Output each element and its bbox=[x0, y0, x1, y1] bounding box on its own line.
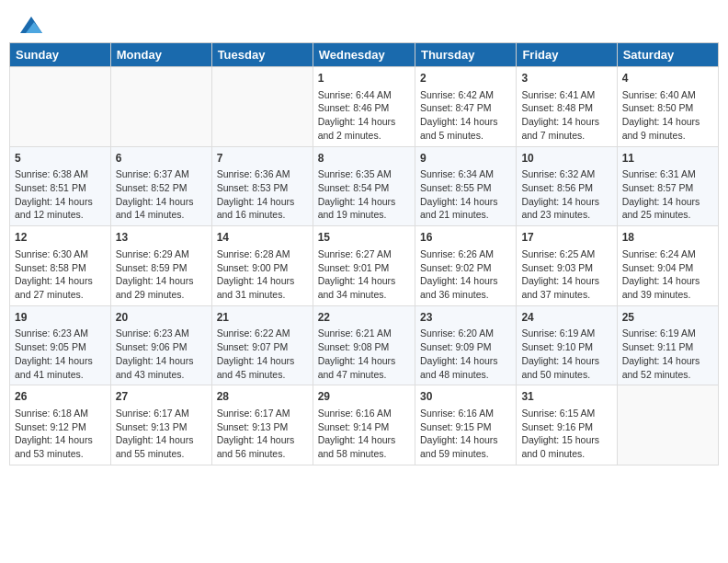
day-info: Sunrise: 6:28 AMSunset: 9:00 PMDaylight:… bbox=[217, 247, 308, 302]
day-number: 15 bbox=[318, 230, 410, 246]
calendar-cell: 5Sunrise: 6:38 AMSunset: 8:51 PMDaylight… bbox=[10, 146, 111, 226]
day-info: Sunrise: 6:42 AMSunset: 8:47 PMDaylight:… bbox=[420, 88, 511, 143]
day-number: 21 bbox=[217, 310, 308, 326]
day-number: 24 bbox=[521, 310, 611, 326]
calendar-cell: 25Sunrise: 6:19 AMSunset: 9:11 PMDayligh… bbox=[617, 305, 718, 385]
weekday-header-friday: Friday bbox=[517, 43, 617, 67]
day-number: 30 bbox=[420, 389, 511, 405]
calendar-cell bbox=[10, 67, 111, 147]
calendar-cell bbox=[211, 67, 313, 147]
day-info: Sunrise: 6:19 AMSunset: 9:10 PMDaylight:… bbox=[521, 327, 611, 381]
day-info: Sunrise: 6:31 AMSunset: 8:57 PMDaylight:… bbox=[622, 167, 713, 222]
calendar-cell bbox=[617, 385, 718, 465]
day-info: Sunrise: 6:24 AMSunset: 9:04 PMDaylight:… bbox=[622, 247, 713, 302]
calendar-cell: 11Sunrise: 6:31 AMSunset: 8:57 PMDayligh… bbox=[617, 146, 718, 226]
day-number: 1 bbox=[318, 71, 410, 86]
calendar-cell: 15Sunrise: 6:27 AMSunset: 9:01 PMDayligh… bbox=[313, 226, 415, 306]
calendar-cell bbox=[110, 67, 211, 147]
day-number: 6 bbox=[116, 151, 207, 167]
calendar-cell: 16Sunrise: 6:26 AMSunset: 9:02 PMDayligh… bbox=[415, 226, 516, 306]
weekday-header-saturday: Saturday bbox=[617, 43, 718, 67]
day-number: 19 bbox=[15, 310, 106, 326]
day-info: Sunrise: 6:23 AMSunset: 9:05 PMDaylight:… bbox=[15, 327, 106, 381]
page-header bbox=[9, 9, 719, 39]
day-info: Sunrise: 6:35 AMSunset: 8:54 PMDaylight:… bbox=[318, 167, 410, 222]
calendar-week-row: 1Sunrise: 6:44 AMSunset: 8:46 PMDaylight… bbox=[10, 67, 719, 147]
calendar-cell: 18Sunrise: 6:24 AMSunset: 9:04 PMDayligh… bbox=[617, 226, 718, 306]
calendar-cell: 14Sunrise: 6:28 AMSunset: 9:00 PMDayligh… bbox=[211, 226, 313, 306]
day-info: Sunrise: 6:19 AMSunset: 9:11 PMDaylight:… bbox=[622, 327, 713, 381]
day-number: 8 bbox=[318, 151, 410, 167]
calendar-cell: 17Sunrise: 6:25 AMSunset: 9:03 PMDayligh… bbox=[517, 226, 617, 306]
day-info: Sunrise: 6:40 AMSunset: 8:50 PMDaylight:… bbox=[622, 88, 713, 143]
calendar-cell: 31Sunrise: 6:15 AMSunset: 9:16 PMDayligh… bbox=[517, 385, 617, 465]
weekday-header-thursday: Thursday bbox=[415, 43, 516, 67]
calendar-table: SundayMondayTuesdayWednesdayThursdayFrid… bbox=[9, 42, 719, 465]
calendar-cell: 13Sunrise: 6:29 AMSunset: 8:59 PMDayligh… bbox=[110, 226, 211, 306]
day-number: 13 bbox=[116, 230, 207, 246]
day-info: Sunrise: 6:17 AMSunset: 9:13 PMDaylight:… bbox=[217, 407, 308, 461]
day-number: 2 bbox=[420, 71, 511, 86]
day-number: 7 bbox=[217, 151, 308, 167]
day-number: 20 bbox=[116, 310, 207, 326]
day-number: 22 bbox=[318, 310, 410, 326]
day-info: Sunrise: 6:20 AMSunset: 9:09 PMDaylight:… bbox=[420, 327, 511, 381]
day-info: Sunrise: 6:30 AMSunset: 8:58 PMDaylight:… bbox=[15, 247, 106, 302]
day-info: Sunrise: 6:41 AMSunset: 8:48 PMDaylight:… bbox=[521, 88, 611, 143]
day-info: Sunrise: 6:23 AMSunset: 9:06 PMDaylight:… bbox=[116, 327, 207, 381]
day-info: Sunrise: 6:34 AMSunset: 8:55 PMDaylight:… bbox=[420, 167, 511, 222]
logo-icon bbox=[20, 17, 42, 33]
calendar-week-row: 19Sunrise: 6:23 AMSunset: 9:05 PMDayligh… bbox=[10, 305, 719, 385]
calendar-cell: 3Sunrise: 6:41 AMSunset: 8:48 PMDaylight… bbox=[517, 67, 617, 147]
day-info: Sunrise: 6:27 AMSunset: 9:01 PMDaylight:… bbox=[318, 247, 410, 302]
day-number: 11 bbox=[622, 151, 713, 167]
calendar-cell: 22Sunrise: 6:21 AMSunset: 9:08 PMDayligh… bbox=[313, 305, 415, 385]
calendar-cell: 27Sunrise: 6:17 AMSunset: 9:13 PMDayligh… bbox=[110, 385, 211, 465]
day-number: 10 bbox=[521, 151, 611, 167]
calendar-cell: 4Sunrise: 6:40 AMSunset: 8:50 PMDaylight… bbox=[617, 67, 718, 147]
day-info: Sunrise: 6:15 AMSunset: 9:16 PMDaylight:… bbox=[521, 407, 611, 461]
weekday-header-sunday: Sunday bbox=[10, 43, 111, 67]
weekday-header-wednesday: Wednesday bbox=[313, 43, 415, 67]
logo bbox=[18, 17, 42, 33]
calendar-cell: 29Sunrise: 6:16 AMSunset: 9:14 PMDayligh… bbox=[313, 385, 415, 465]
calendar-cell: 20Sunrise: 6:23 AMSunset: 9:06 PMDayligh… bbox=[110, 305, 211, 385]
day-info: Sunrise: 6:36 AMSunset: 8:53 PMDaylight:… bbox=[217, 167, 308, 222]
calendar-cell: 7Sunrise: 6:36 AMSunset: 8:53 PMDaylight… bbox=[211, 146, 313, 226]
day-number: 27 bbox=[116, 389, 207, 405]
day-number: 23 bbox=[420, 310, 511, 326]
calendar-cell: 9Sunrise: 6:34 AMSunset: 8:55 PMDaylight… bbox=[415, 146, 516, 226]
calendar-cell: 28Sunrise: 6:17 AMSunset: 9:13 PMDayligh… bbox=[211, 385, 313, 465]
calendar-cell: 30Sunrise: 6:16 AMSunset: 9:15 PMDayligh… bbox=[415, 385, 516, 465]
calendar-cell: 1Sunrise: 6:44 AMSunset: 8:46 PMDaylight… bbox=[313, 67, 415, 147]
calendar-cell: 8Sunrise: 6:35 AMSunset: 8:54 PMDaylight… bbox=[313, 146, 415, 226]
day-number: 16 bbox=[420, 230, 511, 246]
day-info: Sunrise: 6:16 AMSunset: 9:14 PMDaylight:… bbox=[318, 407, 410, 461]
calendar-cell: 24Sunrise: 6:19 AMSunset: 9:10 PMDayligh… bbox=[517, 305, 617, 385]
day-number: 26 bbox=[15, 389, 106, 405]
day-number: 4 bbox=[622, 71, 713, 86]
day-number: 14 bbox=[217, 230, 308, 246]
calendar-week-row: 26Sunrise: 6:18 AMSunset: 9:12 PMDayligh… bbox=[10, 385, 719, 465]
day-info: Sunrise: 6:38 AMSunset: 8:51 PMDaylight:… bbox=[15, 167, 106, 222]
day-info: Sunrise: 6:37 AMSunset: 8:52 PMDaylight:… bbox=[116, 167, 207, 222]
day-number: 3 bbox=[521, 71, 611, 86]
day-info: Sunrise: 6:26 AMSunset: 9:02 PMDaylight:… bbox=[420, 247, 511, 302]
day-number: 28 bbox=[217, 389, 308, 405]
calendar-week-row: 5Sunrise: 6:38 AMSunset: 8:51 PMDaylight… bbox=[10, 146, 719, 226]
day-number: 9 bbox=[420, 151, 511, 167]
calendar-cell: 19Sunrise: 6:23 AMSunset: 9:05 PMDayligh… bbox=[10, 305, 111, 385]
day-number: 12 bbox=[15, 230, 106, 246]
calendar-cell: 12Sunrise: 6:30 AMSunset: 8:58 PMDayligh… bbox=[10, 226, 111, 306]
calendar-cell: 10Sunrise: 6:32 AMSunset: 8:56 PMDayligh… bbox=[517, 146, 617, 226]
weekday-header-tuesday: Tuesday bbox=[211, 43, 313, 67]
day-info: Sunrise: 6:25 AMSunset: 9:03 PMDaylight:… bbox=[521, 247, 611, 302]
calendar-week-row: 12Sunrise: 6:30 AMSunset: 8:58 PMDayligh… bbox=[10, 226, 719, 306]
day-number: 18 bbox=[622, 230, 713, 246]
day-info: Sunrise: 6:21 AMSunset: 9:08 PMDaylight:… bbox=[318, 327, 410, 381]
day-number: 25 bbox=[622, 310, 713, 326]
calendar-cell: 6Sunrise: 6:37 AMSunset: 8:52 PMDaylight… bbox=[110, 146, 211, 226]
day-info: Sunrise: 6:18 AMSunset: 9:12 PMDaylight:… bbox=[15, 407, 106, 461]
calendar-cell: 23Sunrise: 6:20 AMSunset: 9:09 PMDayligh… bbox=[415, 305, 516, 385]
day-info: Sunrise: 6:17 AMSunset: 9:13 PMDaylight:… bbox=[116, 407, 207, 461]
